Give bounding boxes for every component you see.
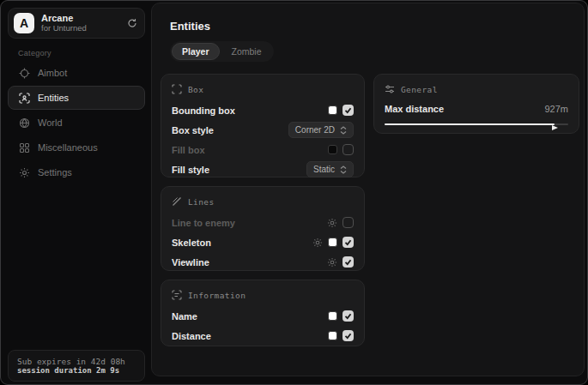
- tab-zombie[interactable]: Zombie: [221, 43, 272, 60]
- sidebar-item-entities[interactable]: Entities: [8, 86, 145, 110]
- color-swatch[interactable]: [328, 311, 337, 321]
- app-subtitle: for Unturned: [41, 24, 120, 33]
- scan-text-icon: [172, 290, 182, 300]
- checkbox-unchecked[interactable]: [342, 144, 354, 155]
- setting-row-fill-box: Fill box: [172, 140, 354, 159]
- setting-row-box-style: Box style Corner 2D: [172, 120, 354, 140]
- information-card-title: Information: [188, 291, 246, 300]
- setting-label: Fill box: [172, 145, 328, 155]
- setting-label: Box style: [172, 125, 288, 135]
- information-card-header: Information: [172, 289, 354, 301]
- setting-label: Fill style: [172, 165, 306, 175]
- sidebar-item-label: Settings: [38, 167, 72, 177]
- box-card-title: Box: [188, 85, 203, 94]
- sidebar-item-label: World: [38, 117, 63, 128]
- sidebar-nav: Aimbot Entities World: [8, 61, 145, 185]
- setting-row-viewline: Viewline: [172, 252, 354, 272]
- tab-player[interactable]: Player: [172, 43, 220, 60]
- setting-label: Viewline: [172, 257, 327, 268]
- color-swatch[interactable]: [328, 105, 337, 115]
- general-card-title: General: [401, 85, 438, 94]
- app-logo-letter: A: [20, 16, 28, 30]
- sidebar-item-label: Miscellaneous: [38, 142, 98, 153]
- max-distance-value: 927m: [544, 104, 568, 114]
- color-swatch[interactable]: [328, 238, 337, 247]
- lines-card-header: Lines: [172, 196, 354, 208]
- setting-label: Max distance: [385, 104, 544, 114]
- sidebar-item-world[interactable]: World: [8, 111, 145, 135]
- information-card: Information Name Distance: [161, 280, 365, 346]
- setting-label: Line to enemy: [172, 218, 327, 228]
- crosshair-icon: [19, 68, 30, 79]
- general-card: General Max distance 927m: [373, 74, 579, 134]
- sliders-icon: [385, 84, 395, 94]
- session-duration-text: session duration 2m 9s: [17, 366, 136, 375]
- setting-row-distance: Distance: [172, 326, 354, 346]
- color-swatch[interactable]: [328, 145, 337, 154]
- refresh-icon[interactable]: [127, 18, 137, 28]
- setting-row-name: Name: [172, 306, 354, 326]
- row-settings-gear-icon[interactable]: [327, 218, 337, 228]
- brand-card: A Arcane for Unturned: [8, 8, 145, 39]
- chevrons-up-down-icon: [340, 126, 347, 135]
- box-style-dropdown[interactable]: Corner 2D: [288, 122, 354, 138]
- grid-icon: [19, 142, 30, 153]
- entity-type-tabs: Player Zombie: [170, 41, 274, 62]
- sidebar-item-miscellaneous[interactable]: Miscellaneous: [8, 135, 145, 159]
- dropdown-value: Corner 2D: [295, 125, 335, 135]
- brand-text: Arcane for Unturned: [41, 13, 120, 33]
- lines-card-title: Lines: [188, 197, 215, 207]
- setting-row-fill-style: Fill style Static: [172, 159, 354, 179]
- subscription-status-card: Sub expires in 42d 08h session duration …: [8, 350, 145, 382]
- page-title: Entities: [170, 20, 210, 33]
- scan-person-icon: [19, 93, 30, 104]
- slider-fill: [385, 123, 555, 125]
- frame-corners-icon: [172, 84, 182, 94]
- globe-icon: [19, 117, 30, 129]
- lines-card: Lines Line to enemy Skeleton: [161, 186, 365, 271]
- checkbox-checked[interactable]: [342, 105, 354, 116]
- setting-label: Name: [172, 311, 328, 322]
- checkbox-checked[interactable]: [342, 310, 354, 322]
- setting-label: Skeleton: [172, 238, 312, 248]
- app-window: A Arcane for Unturned Category Aimbo: [0, 0, 588, 385]
- chevrons-up-down-icon: [340, 165, 347, 174]
- app-name: Arcane: [41, 13, 120, 24]
- sidebar-item-label: Entities: [38, 93, 69, 103]
- sidebar-item-aimbot[interactable]: Aimbot: [8, 61, 145, 85]
- box-card: Box Bounding box Box style Corner 2D: [161, 74, 365, 177]
- checkbox-checked[interactable]: [342, 256, 354, 268]
- color-swatch[interactable]: [328, 331, 337, 340]
- sidebar-item-settings[interactable]: Settings: [8, 160, 145, 184]
- checkbox-checked[interactable]: [342, 330, 354, 341]
- main-panel: Entities Player Zombie Box Bounding box: [151, 3, 585, 376]
- setting-row-max-distance: Max distance 927m: [385, 100, 568, 117]
- max-distance-slider[interactable]: [385, 119, 568, 129]
- row-settings-gear-icon[interactable]: [312, 238, 323, 248]
- checkbox-unchecked[interactable]: [342, 217, 354, 228]
- setting-row-bounding-box: Bounding box: [172, 100, 354, 120]
- diagonal-line-icon: [172, 196, 182, 207]
- sidebar: A Arcane for Unturned Category Aimbo: [1, 1, 151, 384]
- row-settings-gear-icon[interactable]: [327, 257, 337, 268]
- slider-thumb[interactable]: [551, 120, 559, 135]
- fill-style-dropdown[interactable]: Static: [306, 161, 354, 177]
- checkbox-checked[interactable]: [342, 237, 354, 248]
- gear-icon: [19, 167, 30, 178]
- app-logo: A: [14, 13, 34, 33]
- setting-row-skeleton: Skeleton: [172, 232, 354, 252]
- box-card-header: Box: [172, 83, 354, 95]
- dropdown-value: Static: [313, 165, 335, 174]
- setting-label: Bounding box: [172, 105, 328, 116]
- setting-label: Distance: [172, 331, 328, 341]
- sidebar-item-label: Aimbot: [38, 68, 67, 78]
- category-label: Category: [18, 49, 52, 57]
- general-card-header: General: [385, 83, 568, 95]
- setting-row-line-to-enemy: Line to enemy: [172, 213, 354, 232]
- sub-expiry-text: Sub expires in 42d 08h: [17, 357, 136, 366]
